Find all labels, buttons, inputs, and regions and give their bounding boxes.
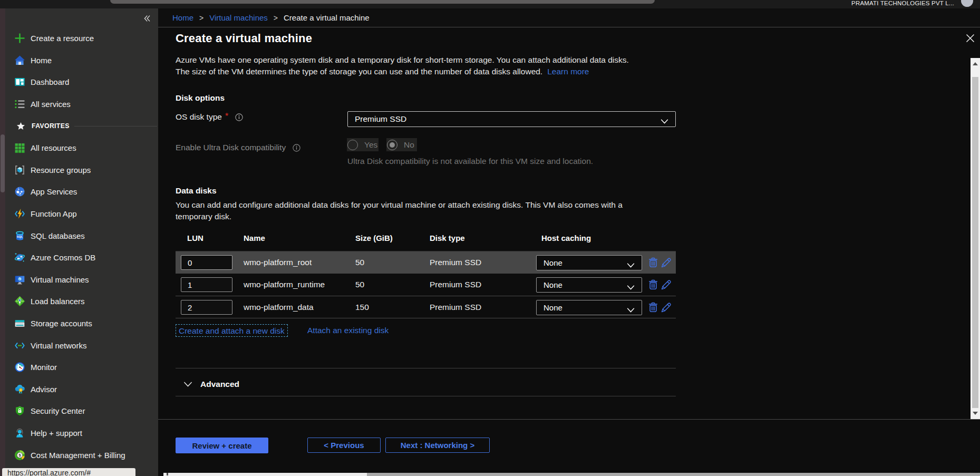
sidebar-item-label: Home bbox=[31, 56, 52, 65]
delete-disk-icon[interactable] bbox=[647, 257, 659, 268]
data-disks-desc-line-1: You can add and configure additional dat… bbox=[176, 199, 623, 211]
favorites-divider bbox=[74, 126, 157, 127]
ultra-disk-radio-no[interactable]: No bbox=[386, 138, 417, 151]
sidebar-item-cost-management-billing[interactable]: $Cost Management + Billing bbox=[5, 444, 158, 466]
data-disks-description: You can add and configure additional dat… bbox=[176, 199, 623, 223]
sidebar-item-load-balancers[interactable]: Load balancers bbox=[5, 290, 158, 313]
host-caching-select[interactable]: None bbox=[536, 255, 642, 270]
sidebar-item-label: Dashboard bbox=[31, 77, 69, 86]
host-caching-value: None bbox=[544, 303, 562, 312]
sidebar-item-advisor[interactable]: Advisor bbox=[5, 378, 158, 401]
sidebar-item-sql-databases[interactable]: SQLSQL databases bbox=[5, 225, 158, 247]
sidebar-item-all-services[interactable]: All services bbox=[5, 93, 158, 115]
attach-existing-disk-link[interactable]: Attach an existing disk bbox=[307, 325, 389, 336]
previous-button[interactable]: < Previous bbox=[307, 438, 381, 453]
intro-text: Azure VMs have one operating system disk… bbox=[176, 56, 629, 78]
lun-input[interactable] bbox=[181, 255, 232, 270]
scroll-down-icon[interactable] bbox=[971, 409, 980, 418]
blade-content: Azure VMs have one operating system disk… bbox=[158, 56, 980, 419]
background-scrollbar-thumb bbox=[1, 134, 5, 192]
column-header-size: Size (GiB) bbox=[355, 232, 393, 244]
breadcrumb-virtual-machines[interactable]: Virtual machines bbox=[209, 13, 268, 22]
vertical-scrollbar[interactable] bbox=[971, 58, 980, 419]
column-header-lun: LUN bbox=[187, 232, 203, 244]
sidebar-item-app-services[interactable]: App Services bbox=[5, 181, 158, 203]
svg-text:SQL: SQL bbox=[17, 235, 23, 238]
os-disk-type-value: Premium SSD bbox=[355, 114, 406, 124]
radio-unselected-icon bbox=[347, 140, 358, 150]
data-disks-desc-line-2: temporary disk. bbox=[176, 211, 623, 222]
disk-type: Premium SSD bbox=[430, 274, 481, 296]
create-and-attach-disk-link[interactable]: Create and attach a new disk bbox=[176, 324, 288, 337]
delete-disk-icon[interactable] bbox=[647, 302, 659, 313]
sidebar-item-label: Cost Management + Billing bbox=[31, 451, 125, 460]
edit-disk-icon[interactable] bbox=[661, 257, 672, 268]
monitor-icon bbox=[14, 362, 25, 373]
breadcrumb-separator-icon: > bbox=[199, 14, 203, 22]
sidebar-item-label: SQL databases bbox=[31, 231, 85, 240]
ultra-disk-label-text: Enable Ultra Disk compatibility bbox=[176, 143, 286, 152]
azure-cosmos-db-icon bbox=[14, 252, 25, 263]
breadcrumb-home[interactable]: Home bbox=[172, 13, 193, 22]
host-caching-value: None bbox=[544, 280, 562, 289]
load-balancers-icon bbox=[14, 296, 25, 307]
advanced-section-toggle[interactable]: Advanced bbox=[183, 378, 239, 390]
os-disk-type-select[interactable]: Premium SSD bbox=[347, 111, 676, 127]
delete-disk-icon[interactable] bbox=[647, 279, 659, 290]
info-icon[interactable] bbox=[293, 144, 300, 152]
chevron-down-icon bbox=[627, 260, 635, 265]
sidebar-item-home[interactable]: Home bbox=[5, 50, 158, 72]
breadcrumb-current: Create a virtual machine bbox=[284, 13, 370, 22]
disk-name: wmo-platform_root bbox=[244, 251, 312, 274]
sidebar-collapse-button[interactable] bbox=[143, 14, 151, 23]
edit-disk-icon[interactable] bbox=[661, 302, 672, 313]
function-app-icon bbox=[14, 208, 25, 219]
review-create-button[interactable]: Review + create bbox=[176, 438, 268, 453]
scroll-up-icon[interactable] bbox=[971, 59, 980, 69]
sidebar-item-monitor[interactable]: Monitor bbox=[5, 356, 158, 378]
blade-titlebar: Create a virtual machine bbox=[158, 27, 980, 49]
sidebar-item-all-resources[interactable]: All resources bbox=[5, 137, 158, 159]
all-services-icon bbox=[14, 99, 25, 110]
sidebar-item-azure-cosmos-db[interactable]: Azure Cosmos DB bbox=[5, 247, 158, 269]
sidebar-item-storage-accounts[interactable]: Storage accounts bbox=[5, 313, 158, 335]
sql-databases-icon: SQL bbox=[14, 230, 25, 241]
os-disk-type-label: OS disk type * bbox=[176, 111, 243, 123]
sidebar-item-label: All resources bbox=[31, 143, 76, 152]
sidebar-item-resource-groups[interactable]: Resource groups bbox=[5, 159, 158, 181]
horizontal-scrollbar[interactable] bbox=[163, 473, 980, 476]
global-search-input[interactable] bbox=[110, 0, 655, 4]
edit-disk-icon[interactable] bbox=[661, 279, 672, 290]
required-asterisk: * bbox=[225, 112, 228, 121]
host-caching-select[interactable]: None bbox=[536, 277, 642, 293]
lun-input[interactable] bbox=[181, 300, 232, 315]
resource-groups-icon bbox=[14, 164, 25, 176]
sidebar-favorites-header: FAVORITES bbox=[5, 115, 158, 137]
sidebar-item-label: Virtual machines bbox=[31, 275, 89, 284]
ultra-disk-note: Ultra Disk compatibility is not availabl… bbox=[347, 156, 593, 167]
sidebar-item-label: Function App bbox=[31, 209, 77, 218]
horizontal-scrollbar-thumb[interactable] bbox=[367, 473, 980, 476]
sidebar-item-virtual-networks[interactable]: Virtual networks bbox=[5, 334, 158, 356]
info-icon[interactable] bbox=[235, 113, 243, 121]
scrollbar-thumb[interactable] bbox=[972, 77, 978, 408]
learn-more-link[interactable]: Learn more bbox=[547, 67, 589, 76]
background-window-edge bbox=[0, 0, 5, 476]
close-icon[interactable] bbox=[966, 34, 975, 43]
next-networking-button[interactable]: Next : Networking > bbox=[385, 438, 490, 453]
ultra-disk-label: Enable Ultra Disk compatibility bbox=[176, 142, 300, 153]
sidebar-item-virtual-machines[interactable]: Virtual machines bbox=[5, 269, 158, 291]
storage-accounts-icon bbox=[14, 318, 25, 329]
host-caching-select[interactable]: None bbox=[536, 300, 642, 315]
column-header-host-caching: Host caching bbox=[541, 232, 591, 244]
lun-input[interactable] bbox=[181, 277, 232, 292]
avatar[interactable] bbox=[961, 0, 973, 7]
sidebar-item-dashboard[interactable]: Dashboard bbox=[5, 71, 158, 93]
sidebar-item-function-app[interactable]: Function App bbox=[5, 203, 158, 225]
ultra-disk-radio-yes[interactable]: Yes bbox=[347, 138, 379, 151]
azure-portal-window: PRAMATI TECHNOLOGIES PVT L... Create a r… bbox=[0, 0, 980, 476]
sidebar-item-create-a-resource[interactable]: Create a resource bbox=[5, 27, 158, 50]
advanced-label: Advanced bbox=[200, 380, 239, 389]
sidebar-item-security-center[interactable]: Security Center bbox=[5, 400, 158, 422]
sidebar-item-help-support[interactable]: Help + support bbox=[5, 422, 158, 444]
